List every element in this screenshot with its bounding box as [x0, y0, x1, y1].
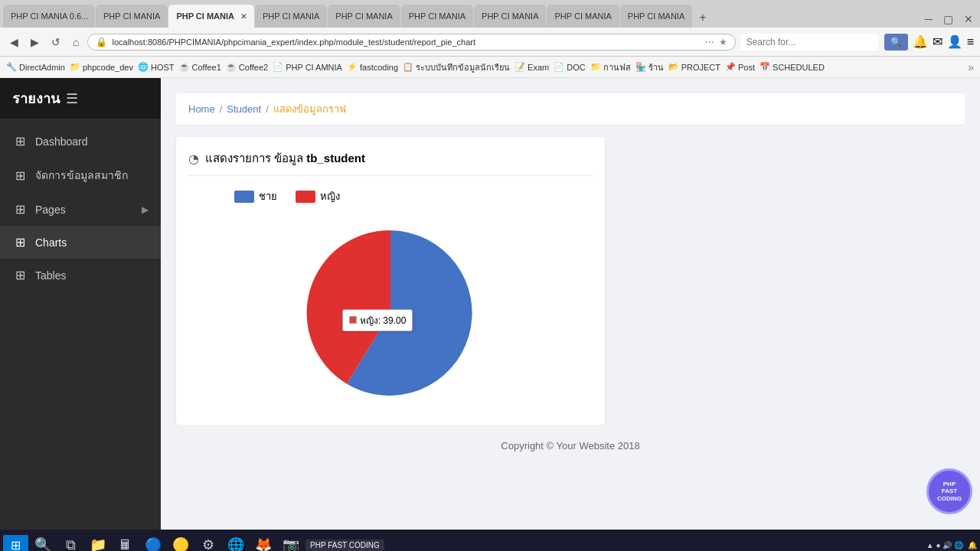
nav-right: 🔍 🔔 ✉ 👤 ≡ — [740, 34, 974, 51]
maximize-button[interactable]: ▢ — [939, 11, 957, 28]
bookmark-scheduled[interactable]: 📅 SCHEDULED — [760, 62, 825, 72]
tab-3-label: PHP CI MANIA — [263, 11, 319, 21]
taskbar-task-view-icon[interactable]: ⧉ — [57, 532, 83, 551]
tooltip-text: หญิง: 39.00 — [360, 313, 407, 328]
sidebar-item-members-label: จัดการข้อมูลสมาชิก — [35, 167, 149, 184]
taskbar-app1-icon[interactable]: 🔵 — [140, 532, 166, 551]
taskbar-browser-icon[interactable]: 🦊 — [250, 532, 276, 551]
tab-7[interactable]: PHP CI MANIA — [547, 5, 619, 28]
tab-8[interactable]: PHP CI MANIA — [620, 5, 692, 28]
email-icon[interactable]: ✉ — [933, 34, 942, 49]
tab-close-icon[interactable]: ✕ — [240, 12, 247, 21]
bookmark-directadmin[interactable]: 🔧 DirectAdmin — [6, 62, 65, 72]
notifications-icon[interactable]: 🔔 — [913, 34, 928, 49]
bookmark-phpciamnia[interactable]: 📄 PHP CI AMNIA — [273, 62, 342, 72]
bookmark-post[interactable]: 📌 Post — [725, 62, 755, 72]
taskbar-file-explorer-icon[interactable]: 📁 — [85, 532, 111, 551]
legend-male: ชาย — [234, 188, 277, 204]
sidebar-item-dashboard[interactable]: ⊞ Dashboard — [0, 125, 161, 158]
close-button[interactable]: ✕ — [960, 11, 977, 28]
bookmark-project[interactable]: 📂 PROJECT — [668, 62, 720, 72]
bookmark-fastcoding[interactable]: ⚡ fastcoding — [347, 62, 398, 72]
main-content: Home / Student / แสดงข้อมูลกราฟ ◔ แสดงรา… — [161, 78, 980, 530]
breadcrumb-sep-1: / — [220, 103, 223, 115]
bookmark-student-system[interactable]: 📋 ระบบบันทึกข้อมูลนักเรียน — [403, 60, 510, 74]
pages-icon: ⊞ — [12, 202, 28, 217]
sidebar-item-charts-label: Charts — [35, 236, 149, 249]
pie-tooltip: หญิง: 39.00 — [342, 309, 413, 331]
footer: Copyright © Your Website 2018 — [176, 425, 965, 467]
taskbar-app4-icon[interactable]: 🌐 — [223, 532, 249, 551]
sidebar-item-tables[interactable]: ⊞ Tables — [0, 259, 161, 292]
sidebar: รายงาน ☰ ⊞ Dashboard ⊞ จัดการข้อมูลสมาชิ… — [0, 78, 161, 530]
back-button[interactable]: ◀ — [6, 34, 22, 51]
menu-icon[interactable]: ≡ — [967, 35, 974, 49]
sidebar-item-members[interactable]: ⊞ จัดการข้อมูลสมาชิก — [0, 158, 161, 193]
taskbar-calculator-icon[interactable]: 🖩 — [113, 532, 139, 551]
tab-0[interactable]: PHP CI MANIA 0.6... — [3, 5, 95, 28]
address-bar[interactable]: 🔒 localhost:8086/PHPCIMANIA/phpcimania_e… — [87, 34, 735, 51]
browser-window: PHP CI MANIA 0.6... PHP CI MANIA PHP CI … — [0, 0, 980, 78]
bookmark-kanfas[interactable]: 📁 กานฟส — [590, 60, 631, 74]
bookmark-coffee1[interactable]: ☕ Coffee1 — [179, 62, 221, 72]
breadcrumb-student[interactable]: Student — [227, 103, 261, 115]
tab-2[interactable]: PHP CI MANIA ✕ — [168, 5, 254, 28]
tab-2-label: PHP CI MANIA — [176, 11, 234, 21]
taskbar-right: ▲ ● 🔊 🌐 🔔 — [926, 541, 977, 549]
taskbar: ⊞ 🔍 ⧉ 📁 🖩 🔵 🟡 ⚙ 🌐 🦊 📷 PHP FAST CODING ▲ … — [0, 530, 980, 551]
new-tab-button[interactable]: + — [693, 8, 712, 28]
chart-area: หญิง: 39.00 — [188, 214, 593, 412]
taskbar-app3-icon[interactable]: ⚙ — [195, 532, 221, 551]
bookmark-doc[interactable]: 📄 DOC — [554, 62, 585, 72]
sidebar-item-charts[interactable]: ⊞ Charts — [0, 226, 161, 259]
breadcrumb-sep-2: / — [266, 103, 269, 115]
tab-5[interactable]: PHP CI MANIA — [401, 5, 473, 28]
legend-male-color — [234, 191, 254, 203]
bookmark-phpcode[interactable]: 📁 phpcode_dev — [70, 62, 133, 72]
sidebar-title: รายงาน — [12, 87, 60, 109]
bookmarks-more-icon[interactable]: » — [968, 61, 974, 73]
legend-male-label: ชาย — [259, 188, 277, 204]
tables-icon: ⊞ — [12, 268, 28, 282]
home-button[interactable]: ⌂ — [69, 34, 83, 51]
breadcrumb-home[interactable]: Home — [188, 103, 215, 115]
tab-6[interactable]: PHP CI MANIA — [474, 5, 546, 28]
taskbar-app5-icon[interactable]: 📷 — [278, 532, 304, 551]
bookmark-host[interactable]: 🌐 HOST — [138, 62, 175, 72]
sidebar-item-pages-label: Pages — [35, 204, 134, 216]
sidebar-item-pages[interactable]: ⊞ Pages ▶ — [0, 193, 161, 226]
search-button[interactable]: 🔍 — [884, 34, 908, 51]
tab-4[interactable]: PHP CI MANIA — [328, 5, 400, 28]
hamburger-icon[interactable]: ☰ — [66, 90, 78, 107]
dashboard-icon: ⊞ — [12, 134, 28, 148]
legend-female-color — [296, 191, 315, 203]
taskbar-app2-icon[interactable]: 🟡 — [168, 532, 194, 551]
bookmark-shop[interactable]: 🏪 ร้าน — [635, 60, 664, 74]
taskbar-phpfastcoding-label[interactable]: PHP FAST CODING — [305, 540, 384, 551]
forward-button[interactable]: ▶ — [27, 34, 43, 51]
sidebar-nav: ⊞ Dashboard ⊞ จัดการข้อมูลสมาชิก ⊞ Pages… — [0, 119, 161, 292]
card-title-prefix: แสดงรายการ ข้อมูล — [205, 152, 303, 165]
minimize-button[interactable]: ─ — [921, 11, 936, 28]
bookmark-coffee2[interactable]: ☕ Coffee2 — [226, 62, 268, 72]
address-text: localhost:8086/PHPCIMANIA/phpcimania_exp… — [112, 37, 700, 47]
taskbar-notification-area: 🔔 — [968, 541, 977, 549]
bookmark-exam[interactable]: 📝 Exam — [514, 62, 549, 72]
tab-8-label: PHP CI MANIA — [628, 11, 684, 21]
card-title-icon: ◔ — [188, 152, 199, 166]
footer-text: Copyright © Your Website 2018 — [501, 440, 639, 452]
tab-1[interactable]: PHP CI MANIA — [96, 5, 168, 28]
tab-3[interactable]: PHP CI MANIA — [255, 5, 327, 28]
user-icon[interactable]: 👤 — [947, 34, 962, 49]
taskbar-search-icon[interactable]: 🔍 — [30, 532, 56, 551]
tab-7-label: PHP CI MANIA — [554, 11, 611, 21]
card-title-text: แสดงรายการ ข้อมูล tb_student — [205, 149, 365, 168]
taskbar-start-button[interactable]: ⊞ — [3, 535, 28, 552]
php-logo-text: PHPFASTCODING — [937, 481, 962, 503]
tab-6-label: PHP CI MANIA — [482, 11, 538, 21]
bookmarks-bar: 🔧 DirectAdmin 📁 phpcode_dev 🌐 HOST ☕ Cof… — [0, 57, 980, 78]
charts-icon: ⊞ — [12, 235, 28, 249]
refresh-button[interactable]: ↺ — [47, 34, 64, 51]
chart-legend: ชาย หญิง — [188, 188, 593, 204]
search-input[interactable] — [740, 34, 878, 51]
